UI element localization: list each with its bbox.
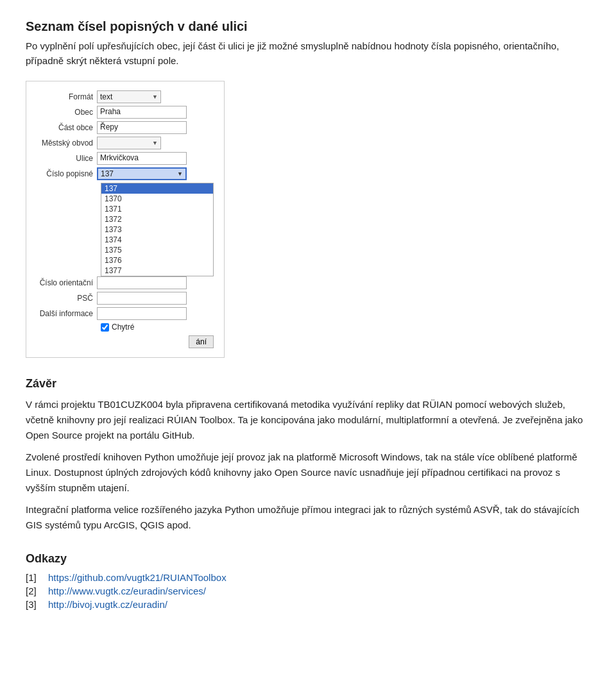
link-item-3: [3] http://bivoj.vugtk.cz/euradin/ (26, 599, 590, 610)
link-3[interactable]: http://bivoj.vugtk.cz/euradin/ (48, 599, 167, 610)
input-ulice[interactable]: Mrkvičkova (97, 152, 187, 165)
dropdown-item-4[interactable]: 1373 (101, 224, 213, 235)
form-row-obec: Obec Praha (33, 106, 214, 119)
zaver-paragraph-2: Zvolené prostředí knihoven Python umožňu… (26, 450, 590, 496)
form-button-row: ání (33, 335, 214, 348)
checkbox-chytre[interactable] (101, 323, 109, 332)
form-screenshot: Formát text ▼ Obec Praha Část obce Řepy … (26, 81, 225, 358)
checkbox-row-chytre: Chytré (101, 323, 214, 332)
input-cast-obce[interactable]: Řepy (97, 121, 187, 134)
zaver-paragraph-1: V rámci projektu TB01CUZK004 byla připra… (26, 397, 590, 443)
dropdown-item-3[interactable]: 1372 (101, 214, 213, 224)
form-row-cislo-orientacni: Číslo orientační (33, 276, 214, 289)
dropdown-item-1[interactable]: 1370 (101, 194, 213, 204)
intro-text: Po vyplnění polí upřesňujících obec, jej… (26, 39, 590, 68)
checkbox-chytre-label: Chytré (112, 323, 134, 332)
label-dalsi-info: Další informace (33, 309, 97, 318)
label-obec: Obec (33, 108, 97, 117)
label-ulice: Ulice (33, 154, 97, 163)
input-obec-value: Praha (100, 107, 121, 116)
input-cislo-popisne[interactable]: 137 ▼ (97, 167, 187, 180)
link-item-2: [2] http://www.vugtk.cz/euradin/services… (26, 586, 590, 596)
ref-num-1: [1] (26, 572, 42, 583)
dropdown-item-5[interactable]: 1374 (101, 235, 213, 245)
dropdown-item-7[interactable]: 1376 (101, 255, 213, 265)
dropdown-cislo-popisne: 137 1370 1371 1372 1373 1374 1375 1376 1… (101, 183, 214, 276)
form-row-format: Formát text ▼ (33, 90, 214, 103)
input-cislo-orientacni[interactable] (97, 276, 187, 289)
label-cislo-popisne: Číslo popisné (33, 169, 97, 178)
form-row-mestsky-obvod: Městský obvod ▼ (33, 137, 214, 149)
form-submit-button[interactable]: ání (189, 335, 214, 348)
zaver-paragraph-3: Integrační platforma velice rozšířeného … (26, 502, 590, 533)
input-cast-obce-value: Řepy (100, 122, 118, 131)
input-psc[interactable] (97, 292, 187, 305)
input-obec[interactable]: Praha (97, 106, 187, 119)
dropdown-item-2[interactable]: 1371 (101, 204, 213, 214)
select-format[interactable]: text ▼ (97, 90, 161, 103)
zaver-title: Závěr (26, 377, 590, 391)
chevron-down-icon-3: ▼ (177, 171, 183, 177)
dropdown-item-6[interactable]: 1375 (101, 245, 213, 255)
dropdown-item-8[interactable]: 1377 (101, 265, 213, 276)
form-row-cast-obce: Část obce Řepy (33, 121, 214, 134)
odkazy-title: Odkazy (26, 552, 590, 566)
select-mestsky-obvod[interactable]: ▼ (97, 137, 161, 149)
link-1[interactable]: https://github.com/vugtk21/RUIANToolbox (48, 572, 227, 583)
form-row-psc: PSČ (33, 292, 214, 305)
form-row-cislo-popisne: Číslo popisné 137 ▼ (33, 167, 214, 180)
label-mestsky-obvod: Městský obvod (33, 139, 97, 147)
link-2[interactable]: http://www.vugtk.cz/euradin/services/ (48, 586, 206, 596)
label-cast-obce: Část obce (33, 123, 97, 132)
label-cislo-orientacni: Číslo orientační (33, 278, 97, 287)
select-format-value: text (100, 92, 112, 101)
ref-num-2: [2] (26, 586, 42, 596)
chevron-down-icon-2: ▼ (152, 140, 158, 146)
label-format: Formát (33, 92, 97, 101)
label-psc: PSČ (33, 294, 97, 303)
ref-num-3: [3] (26, 599, 42, 610)
page-title: Seznam čísel popisných v dané ulici (26, 19, 590, 34)
links-list: [1] https://github.com/vugtk21/RUIANTool… (26, 572, 590, 610)
form-row-dalsi-info: Další informace (33, 307, 214, 320)
input-cislo-popisne-value: 137 (101, 169, 114, 178)
chevron-down-icon: ▼ (152, 94, 158, 100)
form-row-ulice: Ulice Mrkvičkova (33, 152, 214, 165)
dropdown-item-0[interactable]: 137 (101, 183, 213, 194)
input-ulice-value: Mrkvičkova (100, 153, 139, 162)
input-dalsi-info[interactable] (97, 307, 187, 320)
link-item-1: [1] https://github.com/vugtk21/RUIANTool… (26, 572, 590, 583)
